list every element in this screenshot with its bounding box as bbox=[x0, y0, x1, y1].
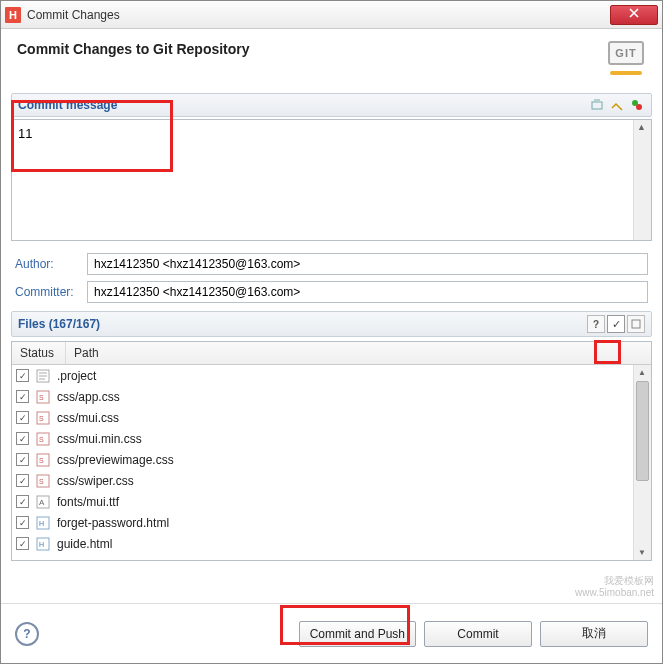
page-title: Commit Changes to Git Repository bbox=[17, 41, 250, 57]
signoff-icon[interactable] bbox=[609, 97, 625, 113]
svg-text:S: S bbox=[39, 394, 44, 401]
help-files-button[interactable]: ? bbox=[587, 315, 605, 333]
changeid-icon[interactable] bbox=[629, 97, 645, 113]
table-header: Status Path bbox=[12, 342, 651, 365]
window-title: Commit Changes bbox=[27, 8, 610, 22]
files-scrollbar[interactable]: ▲ ▼ bbox=[633, 365, 651, 560]
col-path[interactable]: Path bbox=[66, 342, 651, 364]
svg-text:A: A bbox=[39, 498, 45, 507]
scroll-thumb[interactable] bbox=[636, 381, 649, 481]
file-type-icon: A bbox=[35, 494, 51, 510]
table-row[interactable]: ✓Afonts/mui.ttf bbox=[12, 491, 633, 512]
files-label: Files (167/167) bbox=[18, 317, 100, 331]
git-logo: GIT bbox=[608, 41, 646, 73]
file-type-icon: S bbox=[35, 431, 51, 447]
svg-text:S: S bbox=[39, 436, 44, 443]
watermark: 我爱模板网 www.5imoban.net bbox=[575, 575, 654, 599]
file-path: .project bbox=[57, 369, 96, 383]
row-checkbox[interactable]: ✓ bbox=[16, 369, 29, 382]
files-header: Files (167/167) ? ✓ bbox=[11, 311, 652, 337]
table-row[interactable]: ✓.project bbox=[12, 365, 633, 386]
file-type-icon: S bbox=[35, 452, 51, 468]
file-type-icon: H bbox=[35, 536, 51, 552]
author-input[interactable] bbox=[87, 253, 648, 275]
amend-icon[interactable] bbox=[589, 97, 605, 113]
file-path: forget-password.html bbox=[57, 516, 169, 530]
dialog-header: Commit Changes to Git Repository GIT bbox=[1, 29, 662, 93]
committer-input[interactable] bbox=[87, 281, 648, 303]
deselect-all-button[interactable] bbox=[627, 315, 645, 333]
svg-text:S: S bbox=[39, 457, 44, 464]
file-path: css/mui.css bbox=[57, 411, 119, 425]
file-type-icon: S bbox=[35, 389, 51, 405]
table-row[interactable]: ✓Hforget-password.html bbox=[12, 512, 633, 533]
author-label: Author: bbox=[15, 257, 87, 271]
scrollbar[interactable]: ▲ bbox=[633, 120, 651, 240]
row-checkbox[interactable]: ✓ bbox=[16, 474, 29, 487]
svg-rect-3 bbox=[632, 320, 640, 328]
file-path: css/swiper.css bbox=[57, 474, 134, 488]
table-row[interactable]: ✓Scss/previewimage.css bbox=[12, 449, 633, 470]
table-row[interactable]: ✓Hguide.html bbox=[12, 533, 633, 554]
commit-and-push-button[interactable]: Commit and Push bbox=[299, 621, 416, 647]
file-type-icon: S bbox=[35, 473, 51, 489]
file-path: css/previewimage.css bbox=[57, 453, 174, 467]
svg-text:H: H bbox=[39, 541, 44, 548]
svg-text:S: S bbox=[39, 478, 44, 485]
file-type-icon: H bbox=[35, 515, 51, 531]
select-all-checkbox[interactable]: ✓ bbox=[607, 315, 625, 333]
app-icon: H bbox=[5, 7, 21, 23]
table-row[interactable]: ✓Scss/mui.min.css bbox=[12, 428, 633, 449]
titlebar: H Commit Changes bbox=[1, 1, 662, 29]
row-checkbox[interactable]: ✓ bbox=[16, 537, 29, 550]
file-path: fonts/mui.ttf bbox=[57, 495, 119, 509]
table-row[interactable]: ✓Scss/app.css bbox=[12, 386, 633, 407]
row-checkbox[interactable]: ✓ bbox=[16, 495, 29, 508]
file-path: css/app.css bbox=[57, 390, 120, 404]
files-table: Status Path ✓.project✓Scss/app.css✓Scss/… bbox=[11, 341, 652, 561]
file-type-icon bbox=[35, 368, 51, 384]
button-bar: ? Commit and Push Commit 取消 bbox=[1, 603, 662, 663]
table-row[interactable]: ✓Scss/mui.css bbox=[12, 407, 633, 428]
help-button[interactable]: ? bbox=[15, 622, 39, 646]
cancel-button[interactable]: 取消 bbox=[540, 621, 648, 647]
file-type-icon: S bbox=[35, 410, 51, 426]
row-checkbox[interactable]: ✓ bbox=[16, 516, 29, 529]
file-path: guide.html bbox=[57, 537, 112, 551]
svg-text:S: S bbox=[39, 415, 44, 422]
file-path: css/mui.min.css bbox=[57, 432, 142, 446]
svg-text:H: H bbox=[39, 520, 44, 527]
close-button[interactable] bbox=[610, 5, 658, 25]
row-checkbox[interactable]: ✓ bbox=[16, 453, 29, 466]
commit-message-input[interactable]: 11 bbox=[12, 120, 633, 240]
col-status[interactable]: Status bbox=[12, 342, 66, 364]
table-row[interactable]: ✓Scss/swiper.css bbox=[12, 470, 633, 491]
commit-message-area: 11 ▲ bbox=[11, 119, 652, 241]
committer-label: Committer: bbox=[15, 285, 87, 299]
commit-message-header: Commit message bbox=[11, 93, 652, 117]
commit-message-label: Commit message bbox=[18, 98, 117, 112]
commit-button[interactable]: Commit bbox=[424, 621, 532, 647]
row-checkbox[interactable]: ✓ bbox=[16, 411, 29, 424]
svg-point-2 bbox=[636, 104, 642, 110]
row-checkbox[interactable]: ✓ bbox=[16, 390, 29, 403]
svg-rect-0 bbox=[592, 102, 602, 109]
row-checkbox[interactable]: ✓ bbox=[16, 432, 29, 445]
